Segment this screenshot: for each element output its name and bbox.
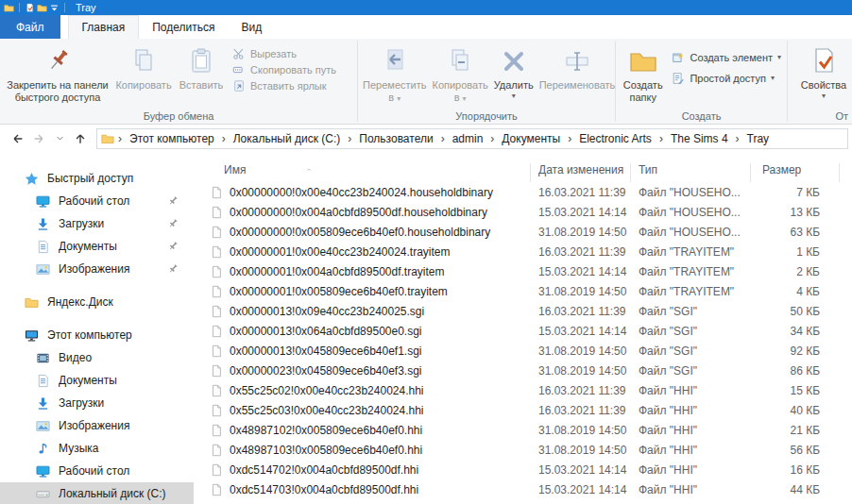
qat-customize-icon[interactable] (49, 3, 60, 13)
file-name-cell: 0x00000001!0x005809ece6b40ef0.trayitem (198, 285, 531, 298)
copy-path-button[interactable]: Скопировать путь (232, 63, 336, 76)
breadcrumb-separator[interactable]: › (734, 132, 741, 145)
column-header-name-label: Имя (224, 163, 246, 176)
recent-locations-button[interactable] (49, 128, 70, 149)
breadcrumb-separator[interactable]: › (220, 132, 228, 145)
sidebar-item[interactable]: Яндекс.Диск (0, 291, 194, 313)
sidebar-item[interactable]: Изображения (0, 414, 194, 437)
pin-to-quick-access-button[interactable]: Закрепить на панели быстрого доступа (2, 43, 113, 104)
copy-to-suffix: в ▾ (454, 92, 467, 104)
back-arrow-icon (11, 132, 25, 145)
sidebar-item[interactable]: Документы (0, 235, 194, 258)
up-button[interactable] (70, 128, 91, 149)
new-item-button[interactable]: Создать элемент ▾ (672, 51, 781, 64)
file-icon (210, 404, 223, 417)
tab-file[interactable]: Файл (0, 15, 60, 39)
navigation-pane: Быстрый доступРабочий столЗагрузкиДокуме… (0, 152, 194, 504)
breadcrumb-crumb[interactable]: admin (447, 132, 489, 145)
breadcrumb-crumb[interactable]: Tray (741, 132, 775, 145)
table-row[interactable]: 0x00000001!0x004a0cbfd89500df.trayitem15… (194, 261, 852, 281)
breadcrumb-separator[interactable]: › (566, 132, 573, 145)
sidebar-item-label: Музыка (59, 442, 184, 455)
file-name-cell: 0x00000023!0x045809ece6b40ef3.sgi (198, 364, 531, 378)
table-row[interactable]: 0x00000000!0x00e40cc23b240024.householdb… (194, 182, 852, 202)
sidebar-item[interactable]: Загрузки (0, 392, 194, 414)
file-name: 0x00000001!0x005809ece6b40ef0.trayitem (230, 285, 448, 298)
sidebar-item-label: Рабочий стол (59, 194, 167, 208)
column-header-date[interactable]: Дата изменения (531, 163, 631, 182)
new-folder-icon (628, 46, 658, 76)
breadcrumb-separator[interactable]: › (488, 132, 496, 145)
properties-icon[interactable] (25, 3, 35, 13)
rename-button: Переименовать (537, 43, 619, 92)
breadcrumb-crumb[interactable]: Локальный диск (C:) (228, 132, 347, 145)
new-small-buttons: Создать элемент ▾ Простой доступ ▾ (668, 43, 785, 89)
table-row[interactable]: 0x00000001!0x00e40cc23b240024.trayitem16… (194, 242, 852, 261)
pic-icon (36, 419, 50, 433)
table-row[interactable]: 0x48987103!0x005809ece6b40ef0.hhi31.08.2… (194, 440, 852, 460)
table-row[interactable]: 0x48987102!0x005809ece6b40ef0.hhi31.08.2… (194, 420, 852, 440)
table-row[interactable]: 0x00000001!0x005809ece6b40ef0.trayitem31… (194, 281, 852, 301)
star-icon (25, 172, 39, 186)
sidebar-item[interactable]: Быстрый доступ (0, 167, 194, 190)
sidebar-item[interactable]: Рабочий стол (0, 460, 194, 482)
breadcrumb-separator[interactable]: › (657, 132, 665, 145)
breadcrumb-crumb[interactable]: Документы (496, 132, 566, 145)
table-row[interactable]: 0xdc514703!0x004a0cbfd89500df.hhi15.03.2… (194, 479, 852, 499)
sidebar-item-label: Документы (59, 374, 184, 387)
file-size: 63 КБ (751, 226, 840, 239)
column-header-name[interactable]: Имя (198, 163, 531, 182)
table-row[interactable]: 0x00000013!0x064a0cbfd89500e0.sgi15.03.2… (194, 321, 852, 341)
table-row[interactable]: 0x55c25c03!0x00e40cc23b240024.hhi16.03.2… (194, 400, 852, 420)
table-row[interactable]: 0x00000013!0x09e40cc23b240025.sgi16.03.2… (194, 301, 852, 321)
file-size: 13 КБ (751, 206, 840, 219)
breadcrumb-crumb[interactable]: Пользователи (353, 132, 438, 145)
file-date: 15.03.2021 14:14 (531, 325, 631, 338)
chevron-down-icon (56, 134, 64, 143)
back-button[interactable] (8, 128, 28, 149)
breadcrumb-separator[interactable]: › (116, 132, 124, 145)
column-headers: Имя Дата изменения Тип Размер (194, 152, 852, 182)
file-icon (210, 364, 223, 378)
breadcrumb-crumb[interactable]: The Sims 4 (665, 132, 734, 145)
breadcrumb-crumb[interactable]: Этот компьютер (124, 132, 220, 145)
easy-access-button[interactable]: Простой доступ ▾ (672, 72, 781, 85)
sidebar-item[interactable]: Загрузки (0, 212, 194, 235)
sidebar-item[interactable]: Музыка (0, 437, 194, 460)
sidebar-item[interactable]: Этот компьютер (0, 324, 194, 346)
forward-arrow-icon (32, 132, 45, 145)
column-header-type[interactable]: Тип (631, 163, 751, 182)
table-row[interactable]: 0x00000023!0x045809ece6b40ef3.sgi31.08.2… (194, 361, 852, 380)
table-row[interactable]: 0x00000000!0x004a0cbfd89500df.householdb… (194, 202, 852, 222)
ribbon-group-clipboard: Закрепить на панели быстрого доступа Коп… (0, 39, 357, 124)
tab-view[interactable]: Вид (228, 15, 275, 39)
copy-button: Копировать (113, 43, 174, 92)
window-title: Tray (76, 2, 96, 13)
sidebar-item[interactable]: Документы (0, 369, 194, 392)
copy-to-button: Копировать в ▾ (429, 43, 490, 104)
sidebar-item[interactable]: Рабочий стол (0, 190, 194, 212)
sidebar-item[interactable]: Видео (0, 346, 194, 369)
breadcrumb-crumb[interactable]: Electronic Arts (573, 132, 657, 145)
breadcrumb-separator[interactable]: › (346, 132, 353, 145)
rename-label: Переименовать (539, 79, 616, 92)
tab-share[interactable]: Поделиться (139, 15, 228, 39)
ribbon: Закрепить на панели быстрого доступа Коп… (0, 39, 852, 125)
breadcrumb-field[interactable]: › Этот компьютер›Локальный диск (C:)›Пол… (96, 128, 848, 149)
table-row[interactable]: 0x00000013!0x045809ece6b40ef1.sgi31.08.2… (194, 341, 852, 361)
table-row[interactable]: 0xdc514702!0x004a0cbfd89500df.hhi15.03.2… (194, 460, 852, 479)
column-header-size[interactable]: Размер (751, 163, 840, 182)
tab-home[interactable]: Главная (68, 15, 140, 39)
file-size: 16 КБ (751, 463, 840, 477)
sort-ascending-icon (304, 167, 314, 173)
breadcrumb-separator[interactable]: › (439, 132, 447, 145)
folder-icon[interactable] (37, 3, 47, 13)
table-row[interactable]: 0x00000000!0x005809ece6b40ef0.householdb… (194, 222, 852, 242)
new-folder-button[interactable]: Создать папку (618, 43, 668, 104)
sidebar-item[interactable]: Изображения (0, 258, 194, 280)
properties-button[interactable]: Свойства ▾ (797, 43, 850, 100)
sidebar-item[interactable]: Локальный диск (C:) (0, 482, 194, 504)
paste-button: Вставить (174, 43, 229, 92)
pinned-icon (167, 263, 179, 275)
table-row[interactable]: 0x55c25c02!0x00e40cc23b240024.hhi16.03.2… (194, 380, 852, 400)
